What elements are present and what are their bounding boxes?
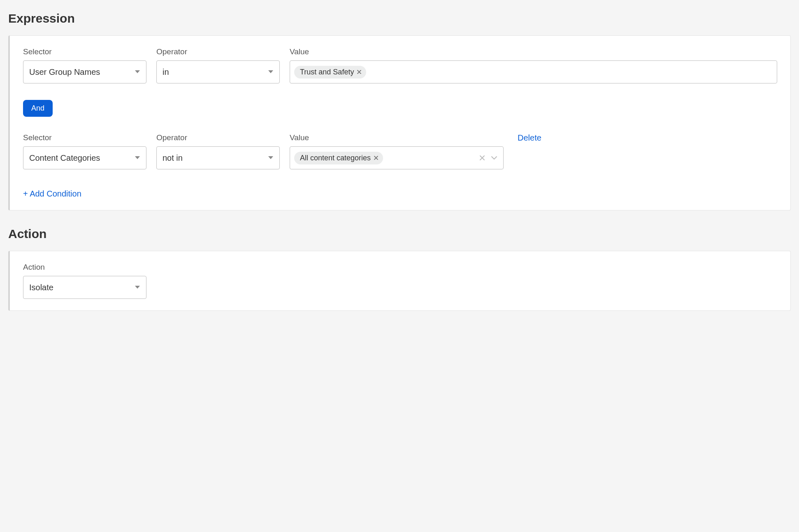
action-value: Isolate bbox=[29, 283, 53, 292]
value-tag-input[interactable]: All content categories bbox=[290, 146, 504, 169]
operator-label: Operator bbox=[156, 133, 280, 142]
value-label: Value bbox=[290, 133, 504, 142]
operator-select[interactable]: in bbox=[156, 60, 280, 83]
value-tag: Trust and Safety bbox=[294, 66, 366, 79]
chevron-down-icon bbox=[268, 70, 274, 74]
expression-section-title: Expression bbox=[8, 12, 791, 25]
operator-value: not in bbox=[163, 153, 183, 163]
value-tag-text: All content categories bbox=[300, 154, 371, 162]
tag-remove-icon[interactable] bbox=[357, 70, 361, 74]
value-label: Value bbox=[290, 47, 777, 56]
conjunction-button[interactable]: And bbox=[23, 100, 53, 117]
clear-icon[interactable] bbox=[479, 155, 485, 161]
value-tag: All content categories bbox=[294, 152, 383, 164]
selector-value: Content Categories bbox=[29, 153, 100, 163]
chevron-down-icon[interactable] bbox=[491, 155, 497, 160]
action-label: Action bbox=[23, 263, 146, 272]
selector-value: User Group Names bbox=[29, 67, 100, 77]
tag-remove-icon[interactable] bbox=[374, 156, 378, 160]
selector-select[interactable]: User Group Names bbox=[23, 60, 146, 83]
action-panel: Action Isolate bbox=[8, 251, 791, 311]
add-condition-link[interactable]: + Add Condition bbox=[23, 189, 81, 199]
value-tag-input[interactable]: Trust and Safety bbox=[290, 60, 777, 83]
condition-row: Selector User Group Names Operator in bbox=[23, 47, 777, 83]
selector-label: Selector bbox=[23, 133, 146, 142]
operator-select[interactable]: not in bbox=[156, 146, 280, 169]
chevron-down-icon bbox=[135, 156, 140, 160]
expression-panel: Selector User Group Names Operator in bbox=[8, 35, 791, 210]
operator-label: Operator bbox=[156, 47, 280, 56]
chevron-down-icon bbox=[135, 70, 140, 74]
delete-condition-link[interactable]: Delete bbox=[513, 133, 541, 144]
chevron-down-icon bbox=[268, 156, 274, 160]
selector-select[interactable]: Content Categories bbox=[23, 146, 146, 169]
condition-row: Selector Content Categories Operator not… bbox=[23, 133, 777, 169]
selector-label: Selector bbox=[23, 47, 146, 56]
chevron-down-icon bbox=[135, 285, 140, 289]
value-tag-text: Trust and Safety bbox=[300, 68, 354, 76]
operator-value: in bbox=[163, 67, 169, 77]
action-section-title: Action bbox=[8, 227, 791, 241]
action-select[interactable]: Isolate bbox=[23, 276, 146, 299]
